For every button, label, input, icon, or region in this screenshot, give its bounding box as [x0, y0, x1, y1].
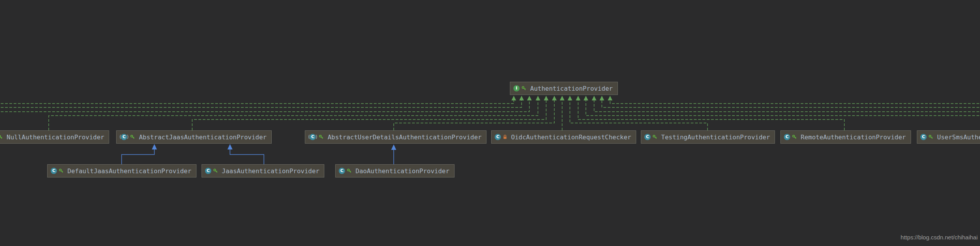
class-node-label: DefaultJaasAuthenticationProvider — [67, 167, 191, 175]
public-key-icon — [213, 169, 218, 173]
public-key-icon — [0, 135, 3, 139]
class-node-label: DaoAuthenticationProvider — [356, 167, 449, 175]
class-node-abstract-user-details-authentication-provider[interactable]: (C) AbstractUserDetailsAuthenticationPro… — [305, 130, 486, 144]
implements-arrowhead — [608, 96, 612, 100]
extends-arrowhead — [228, 144, 233, 149]
public-key-icon — [929, 135, 933, 139]
implements-arrowhead — [544, 96, 548, 100]
class-node-label: RemoteAuthenticationProvider — [801, 134, 906, 141]
class-node-user-sms-authentication-provider[interactable]: C UserSmsAuthe — [917, 130, 980, 144]
implements-arrowhead — [536, 96, 540, 100]
class-icon: C — [51, 168, 57, 174]
class-node-label: UserSmsAuthe — [937, 134, 980, 141]
public-key-icon — [653, 135, 657, 139]
implements-edge-null-authentication-provider — [49, 100, 538, 130]
public-key-icon — [130, 135, 135, 139]
implements-arrowhead — [568, 96, 572, 100]
implements-arrowhead — [552, 96, 557, 100]
class-node-null-authentication-provider[interactable]: C NullAuthenticationProvider — [0, 130, 109, 144]
public-key-icon — [792, 135, 797, 139]
class-node-label: OidcAuthenticationRequestChecker — [511, 134, 631, 141]
class-node-remote-authentication-provider[interactable]: C RemoteAuthenticationProvider — [780, 130, 911, 144]
extends-arrowhead — [391, 144, 396, 150]
package-lock-icon — [503, 135, 507, 139]
class-icon: C — [644, 134, 651, 140]
public-key-icon — [59, 169, 64, 173]
class-node-label: AbstractUserDetailsAuthenticationProvide… — [327, 134, 481, 141]
class-node-label: AuthenticationProvider — [530, 85, 613, 92]
class-node-dao-authentication-provider[interactable]: C DaoAuthenticationProvider — [335, 164, 455, 177]
class-node-oidc-authentication-request-checker[interactable]: C OidcAuthenticationRequestChecker — [491, 130, 636, 144]
implements-arrowhead — [600, 96, 604, 100]
extends-edges — [122, 144, 396, 164]
implements-edge-offscreen-right-3 — [594, 100, 980, 112]
class-node-testing-authentication-provider[interactable]: C TestingAuthenticationProvider — [641, 130, 775, 144]
implements-edge-offscreen-left-2 — [0, 100, 522, 107]
class-node-label: NullAuthenticationProvider — [7, 134, 104, 141]
class-node-authentication-provider[interactable]: I AuthenticationProvider — [510, 82, 618, 95]
public-key-icon — [522, 86, 526, 91]
implements-arrowhead — [576, 96, 580, 100]
class-icon: C — [205, 168, 211, 174]
class-node-label: JaasAuthenticationProvider — [222, 167, 319, 175]
class-node-default-jaas-authentication-provider[interactable]: C DefaultJaasAuthenticationProvider — [47, 164, 196, 177]
interface-icon: I — [513, 85, 520, 91]
public-key-icon — [319, 135, 324, 139]
class-icon: C — [920, 134, 927, 140]
abstract-class-icon: (C) — [120, 134, 128, 140]
class-icon: C — [784, 134, 790, 140]
class-node-label: AbstractJaasAuthenticationProvider — [139, 134, 267, 141]
inheritance-edges — [0, 0, 980, 246]
abstract-class-icon: (C) — [308, 134, 317, 140]
extends-edge-default-jaas-authentication-provider — [122, 149, 154, 164]
implements-edge-offscreen-right-2 — [602, 100, 980, 107]
class-icon: C — [495, 134, 501, 140]
implements-arrowhead — [560, 96, 564, 100]
implements-arrowhead — [511, 96, 516, 100]
csdn-watermark: https://blog.csdn.net/chihaihai — [900, 234, 978, 241]
class-diagram-canvas: I AuthenticationProvider C NullAuthentic… — [0, 0, 980, 246]
implements-edge-offscreen-right-1 — [610, 100, 980, 104]
implements-edge-offscreen-left-1 — [0, 100, 514, 104]
extends-arrowhead — [152, 144, 157, 149]
implements-edge-offscreen-left-3 — [0, 100, 529, 112]
class-node-abstract-jaas-authentication-provider[interactable]: (C) AbstractJaasAuthenticationProvider — [116, 130, 272, 144]
implements-edges — [0, 96, 980, 130]
implements-arrowhead — [592, 96, 596, 100]
implements-arrowhead — [527, 96, 532, 100]
extends-edge-jaas-authentication-provider — [230, 149, 264, 164]
class-node-label: TestingAuthenticationProvider — [661, 134, 770, 141]
implements-edge-offscreen-right-4 — [586, 100, 980, 116]
class-icon: C — [339, 168, 345, 174]
public-key-icon — [347, 169, 352, 173]
class-node-jaas-authentication-provider[interactable]: C JaasAuthenticationProvider — [202, 164, 324, 177]
implements-arrowhead — [519, 96, 524, 100]
implements-arrowhead — [584, 96, 588, 100]
